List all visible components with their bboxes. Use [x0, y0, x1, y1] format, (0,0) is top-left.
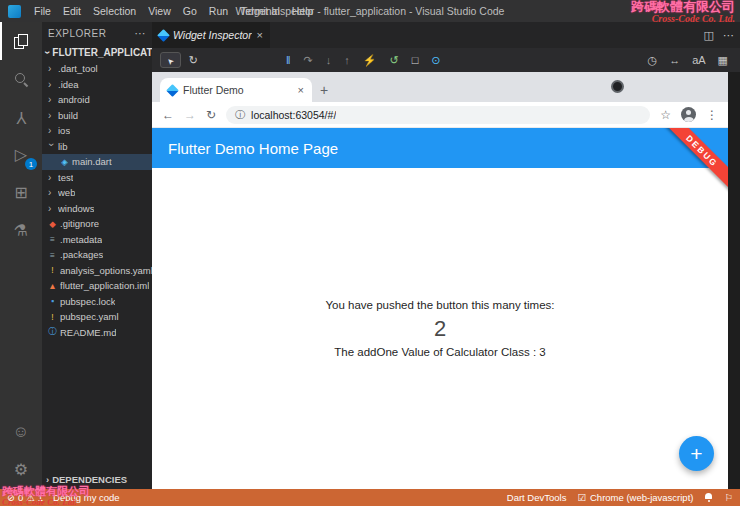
activity-settings[interactable]: ⚙: [0, 451, 42, 489]
folder-chevron-icon: ›: [48, 187, 55, 198]
menu-view[interactable]: View: [142, 5, 177, 17]
project-name: FLUTTER_APPLICATION: [52, 47, 152, 58]
notifications-bell-icon[interactable]: [704, 493, 713, 502]
new-tab-button[interactable]: +: [320, 83, 328, 97]
tab-close-icon[interactable]: ×: [257, 29, 263, 41]
browser-tab-flutter-demo[interactable]: Flutter Demo ×: [160, 78, 312, 102]
layout-grid-icon[interactable]: ▦: [718, 54, 728, 67]
fab-increment-button[interactable]: +: [679, 436, 714, 471]
tree-item-label: .dart_tool: [58, 63, 98, 74]
tree-item-.metadata[interactable]: ≡.metadata: [42, 232, 152, 248]
tree-item-analysis_options.yaml[interactable]: !analysis_options.yaml: [42, 263, 152, 279]
hot-restart-icon[interactable]: ↺: [389, 54, 398, 67]
menu-edit[interactable]: Edit: [57, 5, 87, 17]
zoom-inspect-icon[interactable]: ⊙: [431, 54, 440, 67]
menu-file[interactable]: File: [28, 5, 57, 17]
text-size-icon[interactable]: aA: [692, 54, 705, 66]
vscode-logo-icon: [8, 5, 21, 18]
project-section-header[interactable]: › FLUTTER_APPLICATION: [42, 44, 152, 61]
app-bar: Flutter Demo Home Page: [152, 128, 728, 168]
activity-extensions[interactable]: ⊞: [0, 174, 42, 212]
debug-status-text[interactable]: Debug my code: [53, 492, 120, 503]
tree-item-README.md[interactable]: ⓘREADME.md: [42, 325, 152, 341]
tree-item-pubspec.lock[interactable]: ▪pubspec.lock: [42, 294, 152, 310]
tree-item-test[interactable]: ›test: [42, 170, 152, 186]
menu-go[interactable]: Go: [177, 5, 203, 17]
site-info-icon[interactable]: ⓘ: [235, 108, 245, 122]
refresh-tree-button[interactable]: ↻: [189, 54, 198, 67]
folder-chevron-icon: ›: [48, 125, 55, 136]
status-bar: ⊘ 0 ⚠ 1 Debug my code Dart DevTools ☑ Ch…: [0, 489, 740, 506]
file-icon: ⓘ: [48, 326, 57, 338]
feedback-flag-icon[interactable]: ⚐: [724, 492, 733, 503]
tree-item-label: web: [58, 187, 75, 198]
browser-menu-icon[interactable]: ⋮: [706, 108, 718, 122]
tree-item-ios[interactable]: ›ios: [42, 123, 152, 139]
debug-badge: 1: [25, 158, 37, 170]
tree-item-label: build: [58, 110, 78, 121]
file-icon: !: [48, 312, 57, 322]
activity-bar-spacer: [0, 250, 42, 413]
tree-item-.idea[interactable]: ›.idea: [42, 77, 152, 93]
tree-item-main.dart[interactable]: ◈main.dart: [42, 154, 152, 170]
activity-bar: Y ▷ 1 ⊞ ⚗ ☺ ⚙: [0, 22, 42, 489]
resize-arrows-icon[interactable]: ↔: [669, 54, 680, 66]
browser-tab-close-icon[interactable]: ×: [298, 84, 304, 96]
explorer-more-actions-icon[interactable]: ⋯: [135, 27, 147, 40]
device-selector[interactable]: ☑ Chrome (web-javascript): [577, 492, 693, 503]
browser-controls-icon[interactable]: [611, 80, 624, 93]
tree-item-.packages[interactable]: ≡.packages: [42, 247, 152, 263]
problems-indicator[interactable]: ⊘ 0 ⚠ 1: [7, 492, 43, 503]
forward-icon[interactable]: →: [184, 108, 196, 122]
dart-devtools-button[interactable]: Dart DevTools: [507, 492, 567, 503]
tree-item-label: README.md: [60, 327, 116, 338]
app-bar-title: Flutter Demo Home Page: [168, 140, 338, 157]
warning-count: 1: [38, 492, 43, 503]
activity-account[interactable]: ☺: [0, 413, 42, 451]
chevron-down-icon: ›: [42, 51, 53, 54]
search-icon: [14, 72, 29, 87]
activity-search[interactable]: [0, 60, 42, 98]
tree-item-web[interactable]: ›web: [42, 185, 152, 201]
tree-item-label: .packages: [60, 249, 103, 260]
tree-item-pubspec.yaml[interactable]: !pubspec.yaml: [42, 309, 152, 325]
url-input[interactable]: ⓘ localhost:63054/#/: [226, 106, 650, 124]
hot-reload-icon[interactable]: ⚡: [363, 54, 377, 67]
activity-run-debug[interactable]: ▷ 1: [0, 136, 42, 174]
split-editor-icon[interactable]: ◫: [704, 29, 714, 42]
browser-tab-title: Flutter Demo: [183, 84, 292, 96]
bookmark-star-icon[interactable]: ☆: [660, 108, 671, 122]
dependencies-section-header[interactable]: › DEPENDENCIES: [42, 472, 152, 487]
activity-source-control[interactable]: Y: [0, 98, 42, 136]
app-body: You have pushed the button this many tim…: [152, 168, 728, 489]
menu-selection[interactable]: Selection: [87, 5, 142, 17]
activity-explorer[interactable]: [0, 22, 42, 60]
editor-tab-actions: ◫ ⋯: [704, 22, 734, 48]
tree-item-.dart_tool[interactable]: ›.dart_tool: [42, 61, 152, 77]
pause-icon[interactable]: ‖: [286, 54, 291, 66]
reload-icon[interactable]: ↻: [206, 108, 216, 122]
tab-widget-inspector[interactable]: Widget Inspector ×: [152, 22, 270, 48]
tree-item-windows[interactable]: ›windows: [42, 201, 152, 217]
inspect-widget-button[interactable]: ➤: [160, 52, 181, 68]
tree-item-flutter_application.iml[interactable]: ▲flutter_application.iml: [42, 278, 152, 294]
step-over-icon[interactable]: ↷: [303, 54, 312, 67]
editor-area: Widget Inspector × ◫ ⋯ ➤ ↻ ‖ ↷ ↓ ↑: [152, 22, 740, 489]
more-actions-icon[interactable]: ⋯: [723, 29, 734, 42]
step-into-icon[interactable]: ↓: [326, 54, 332, 66]
back-icon[interactable]: ←: [162, 108, 174, 122]
performance-clock-icon[interactable]: ◷: [648, 54, 658, 67]
main-area: Y ▷ 1 ⊞ ⚗ ☺ ⚙ EXPLORER ⋯: [0, 22, 740, 489]
menu-run[interactable]: Run: [203, 5, 234, 17]
tree-item-android[interactable]: ›android: [42, 92, 152, 108]
stop-icon[interactable]: □: [412, 54, 419, 66]
step-out-icon[interactable]: ↑: [344, 54, 350, 66]
file-tree: ›.dart_tool›.idea›android›build›ios›lib◈…: [42, 61, 152, 340]
profile-avatar[interactable]: [681, 107, 696, 122]
tree-item-build[interactable]: ›build: [42, 108, 152, 124]
embedded-browser: Flutter Demo × + ← → ↻ ⓘ localhost:63054…: [152, 72, 728, 489]
tree-item-lib[interactable]: ›lib: [42, 139, 152, 155]
activity-testing[interactable]: ⚗: [0, 212, 42, 250]
tree-item-.gitignore[interactable]: ◆.gitignore: [42, 216, 152, 232]
file-icon: ▪: [48, 296, 57, 306]
